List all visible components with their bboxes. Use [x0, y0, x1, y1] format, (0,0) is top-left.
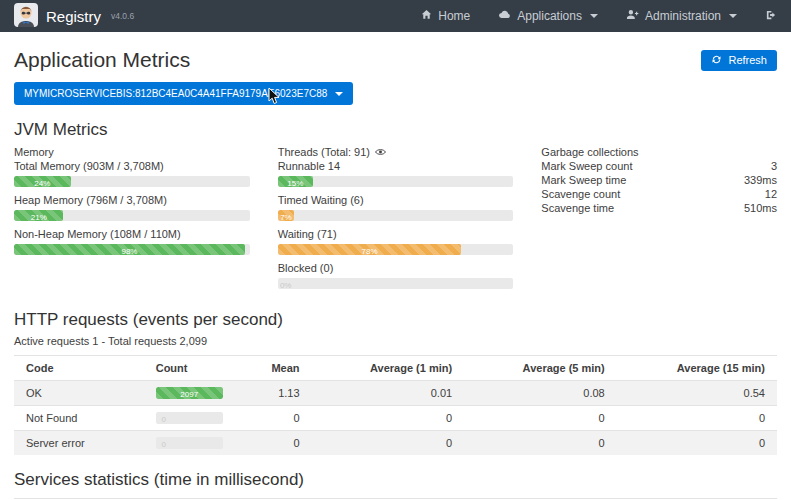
cell-mean: 1.13: [243, 381, 312, 406]
cell-mean: 0: [243, 406, 312, 431]
gc-value: 3: [771, 159, 777, 173]
http-requests-table: Code Count Mean Average (1 min) Average …: [14, 355, 777, 455]
chevron-down-icon: [590, 14, 598, 18]
cloud-icon: [498, 9, 511, 23]
eye-icon[interactable]: [375, 145, 386, 159]
gc-row: Mark Sweep count 3: [541, 159, 777, 173]
http-requests-subtitle: Active requests 1 - Total requests 2,099: [14, 335, 777, 347]
gc-label: Mark Sweep time: [541, 173, 626, 187]
home-icon: [421, 9, 432, 23]
nav-item-applications-label: Applications: [517, 9, 582, 23]
nav-item-home-label: Home: [438, 9, 470, 23]
threads-panel: Threads (Total: 91) Runnable 14 15% Time…: [278, 145, 514, 295]
gc-row: Scavenge time 510ms: [541, 201, 777, 215]
col-header-count: Count: [144, 356, 243, 381]
gc-label: Scavenge time: [541, 201, 614, 215]
cell-code: Not Found: [14, 406, 144, 431]
count-progress: 2097: [156, 387, 223, 399]
table-header-row: Code Count Mean Average (1 min) Average …: [14, 356, 777, 381]
heap-memory-progress: 21%: [14, 210, 250, 221]
table-row: OK 2097 1.13 0.01 0.08 0.54: [14, 381, 777, 406]
timed-waiting-label: Timed Waiting (6): [278, 193, 514, 207]
logout-button[interactable]: [765, 9, 777, 24]
count-progress: 0: [156, 437, 223, 449]
nav-links: Home Applications Administration: [421, 9, 777, 24]
gc-value: 12: [765, 187, 777, 201]
gc-label: Scavenge count: [541, 187, 620, 201]
col-header-mean: Mean: [243, 356, 312, 381]
brand-version: v4.0.6: [111, 11, 134, 21]
cell-code: OK: [14, 381, 144, 406]
refresh-button[interactable]: Refresh: [701, 50, 777, 71]
brand-name: Registry: [46, 8, 101, 25]
cell-code: Server error: [14, 431, 144, 456]
total-memory-progress: 24%: [14, 176, 250, 187]
cell-avg1: 0: [312, 406, 465, 431]
memory-panel: Memory Total Memory (903M / 3,708M) 24% …: [14, 145, 250, 295]
instance-selector-dropdown[interactable]: MYMICROSERVICEBIS:812BC4EA0C4A41FFA9179A…: [14, 82, 353, 105]
gc-value: 339ms: [744, 173, 777, 187]
nonheap-memory-progress: 98%: [14, 244, 250, 255]
total-memory-label: Total Memory (903M / 3,708M): [14, 159, 250, 173]
nav-item-applications[interactable]: Applications: [498, 9, 598, 23]
nav-item-home[interactable]: Home: [421, 9, 470, 23]
jvm-metrics-title: JVM Metrics: [14, 120, 777, 140]
blocked-progress: 0%: [278, 278, 514, 289]
cell-count: 0: [144, 431, 243, 456]
blocked-label: Blocked (0): [278, 261, 514, 275]
waiting-label: Waiting (71): [278, 227, 514, 241]
nav-item-administration[interactable]: Administration: [626, 9, 737, 23]
memory-title: Memory: [14, 145, 250, 159]
cell-avg5: 0: [464, 406, 617, 431]
nonheap-memory-label: Non-Heap Memory (108M / 110M): [14, 227, 250, 241]
brand-link[interactable]: Registry v4.0.6: [14, 3, 134, 29]
col-header-code: Code: [14, 356, 144, 381]
cell-avg1: 0: [312, 431, 465, 456]
col-header-avg5: Average (5 min): [464, 356, 617, 381]
gc-row: Mark Sweep time 339ms: [541, 173, 777, 187]
user-plus-icon: [626, 9, 639, 23]
col-header-avg15: Average (15 min): [617, 356, 777, 381]
instance-selector-label: MYMICROSERVICEBIS:812BC4EA0C4A41FFA9179A…: [24, 88, 327, 99]
table-row: Server error 0 0 0 0 0: [14, 431, 777, 456]
refresh-button-label: Refresh: [728, 54, 767, 66]
col-header-avg1: Average (1 min): [312, 356, 465, 381]
cell-count: 0: [144, 406, 243, 431]
services-statistics-title: Services statistics (time in millisecond…: [14, 470, 777, 490]
gc-value: 510ms: [744, 201, 777, 215]
navbar: Registry v4.0.6 Home Applications Admini: [0, 0, 791, 32]
count-progress: 0: [156, 412, 223, 424]
cell-mean: 0: [243, 431, 312, 456]
nav-item-administration-label: Administration: [645, 9, 721, 23]
threads-title: Threads (Total: 91): [278, 145, 370, 159]
refresh-icon: [711, 54, 722, 67]
timed-waiting-progress: 7%: [278, 210, 514, 221]
garbage-panel: Garbage collections Mark Sweep count 3 M…: [541, 145, 777, 295]
cell-avg15: 0: [617, 431, 777, 456]
waiting-progress: 78%: [278, 244, 514, 255]
cell-avg15: 0.54: [617, 381, 777, 406]
cell-avg5: 0.08: [464, 381, 617, 406]
runnable-progress: 15%: [278, 176, 514, 187]
table-row: Not Found 0 0 0 0 0: [14, 406, 777, 431]
cell-avg5: 0: [464, 431, 617, 456]
main-content: Application Metrics Refresh MYMICROSERVI…: [0, 48, 791, 500]
gc-label: Mark Sweep count: [541, 159, 632, 173]
http-requests-title: HTTP requests (events per second): [14, 310, 777, 330]
gc-row: Scavenge count 12: [541, 187, 777, 201]
cell-count: 2097: [144, 381, 243, 406]
chevron-down-icon: [729, 14, 737, 18]
chevron-down-icon: [335, 92, 343, 96]
cell-avg1: 0.01: [312, 381, 465, 406]
heap-memory-label: Heap Memory (796M / 3,708M): [14, 193, 250, 207]
runnable-label: Runnable 14: [278, 159, 514, 173]
cell-avg15: 0: [617, 406, 777, 431]
sign-out-icon: [765, 9, 777, 24]
jhipster-avatar-icon: [14, 3, 38, 29]
page-title: Application Metrics: [14, 48, 190, 72]
garbage-title: Garbage collections: [541, 145, 777, 159]
